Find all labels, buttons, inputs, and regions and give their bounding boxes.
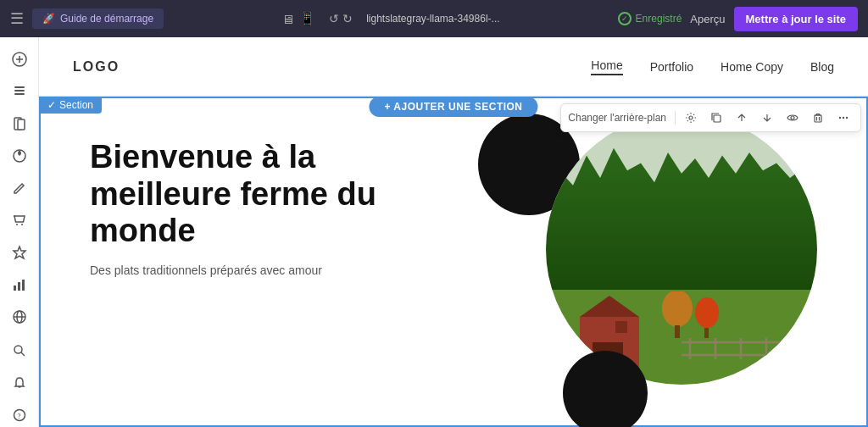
svg-point-9	[16, 224, 18, 225]
website-header: LOGO Home Portfolio Home Copy Blog	[39, 37, 868, 97]
section-toolbar: Changer l'arrière-plan	[560, 103, 861, 132]
hero-subtitle[interactable]: Des plats traditionnels préparés avec am…	[90, 263, 412, 277]
guide-label: Guide de démarrage	[60, 13, 153, 25]
svg-rect-13	[14, 286, 16, 291]
svg-text:?: ?	[17, 412, 20, 420]
toolbar-settings-icon[interactable]	[681, 108, 701, 128]
sidebar-item-search[interactable]	[4, 336, 35, 366]
section-label-text: Section	[59, 99, 93, 111]
sidebar-bottom: ?	[4, 336, 35, 427]
section-label[interactable]: ✓ Section	[39, 97, 102, 114]
svg-point-42	[662, 291, 693, 327]
svg-rect-43	[675, 325, 680, 338]
website-logo: LOGO	[73, 59, 120, 75]
topbar-center: 🖥 📱 ↺ ↻ lightslategray-llama-34986l-...	[281, 11, 499, 26]
toolbar-bg-label: Changer l'arrière-plan	[568, 112, 666, 124]
nav-item-portfolio[interactable]: Portfolio	[650, 60, 693, 74]
saved-label: Enregistré	[636, 13, 682, 25]
svg-point-10	[21, 224, 23, 225]
sidebar: ?	[0, 37, 39, 427]
saved-badge: ✓ Enregistré	[618, 12, 682, 25]
publish-button[interactable]: Mettre à jour le site	[734, 7, 858, 31]
topbar-right: ✓ Enregistré Aperçu Mettre à jour le sit…	[618, 7, 858, 31]
hero-visuals	[412, 122, 817, 419]
guide-button[interactable]: 🚀 Guide de démarrage	[32, 8, 164, 29]
toolbar-visibility-icon[interactable]	[782, 108, 803, 128]
svg-rect-5	[14, 86, 25, 88]
check-icon: ✓	[47, 99, 56, 111]
main-layout: ? LOGO Home Portfolio Home Copy Blog ✓	[0, 37, 868, 427]
hamburger-icon[interactable]: ☰	[10, 9, 24, 28]
svg-marker-32	[580, 296, 639, 317]
sidebar-top	[4, 44, 35, 332]
undo-button[interactable]: ↺	[329, 12, 339, 25]
desktop-icon[interactable]: 🖥	[281, 12, 294, 26]
content-area: LOGO Home Portfolio Home Copy Blog ✓ Sec…	[39, 37, 868, 427]
hero-title[interactable]: Bienvenue à la meilleure ferme du monde	[90, 139, 412, 250]
nav-item-home-copy[interactable]: Home Copy	[721, 60, 783, 74]
sidebar-item-ai[interactable]	[4, 237, 35, 268]
toolbar-move-up-icon[interactable]	[732, 108, 752, 128]
svg-rect-4	[14, 93, 25, 95]
svg-point-44	[695, 297, 719, 328]
topbar: ☰ 🚀 Guide de démarrage 🖥 📱 ↺ ↻ lightslat…	[0, 0, 868, 37]
redo-button[interactable]: ↻	[342, 12, 353, 25]
toolbar-move-down-icon[interactable]	[757, 108, 777, 128]
hero-text: Bienvenue à la meilleure ferme du monde …	[90, 122, 412, 277]
nav-item-home[interactable]: Home	[591, 58, 622, 75]
svg-point-24	[689, 116, 693, 119]
svg-point-29	[843, 117, 844, 119]
svg-point-26	[791, 116, 794, 119]
svg-rect-7	[18, 119, 25, 130]
svg-rect-15	[22, 280, 25, 291]
svg-marker-12	[14, 247, 25, 258]
mobile-icon[interactable]: 📱	[299, 11, 315, 26]
nav-item-blog[interactable]: Blog	[810, 60, 834, 74]
svg-rect-27	[815, 115, 821, 122]
site-name: lightslategray-llama-34986l-...	[366, 13, 499, 25]
device-icons: 🖥 📱	[281, 11, 315, 26]
sidebar-item-add[interactable]	[4, 44, 35, 75]
preview-button[interactable]: Aperçu	[690, 13, 725, 25]
sidebar-item-notifications[interactable]	[4, 368, 35, 398]
toolbar-divider	[675, 111, 676, 125]
saved-check-icon: ✓	[618, 12, 632, 25]
toolbar-delete-icon[interactable]	[808, 108, 828, 128]
website-nav: Home Portfolio Home Copy Blog	[591, 58, 834, 75]
section-container: ✓ Section + AJOUTER UNE SECTION Changer …	[39, 97, 868, 427]
svg-rect-3	[14, 90, 25, 92]
sidebar-item-shop[interactable]	[4, 205, 35, 236]
sidebar-item-layers[interactable]	[4, 76, 35, 107]
svg-point-19	[14, 346, 22, 353]
farm-image-circle	[546, 114, 817, 385]
rocket-icon: 🚀	[42, 13, 55, 25]
sidebar-item-help[interactable]: ?	[4, 400, 35, 427]
sidebar-item-pages[interactable]	[4, 108, 35, 139]
sidebar-item-edit[interactable]	[4, 173, 35, 203]
svg-rect-35	[615, 321, 627, 333]
svg-point-30	[846, 117, 848, 119]
toolbar-more-icon[interactable]	[833, 108, 854, 128]
svg-point-28	[839, 117, 841, 119]
deco-circle-bottom	[563, 351, 648, 427]
sidebar-item-analytics[interactable]	[4, 269, 35, 300]
sidebar-item-multilang[interactable]	[4, 302, 35, 332]
hero-content: Bienvenue à la meilleure ferme du monde …	[39, 97, 868, 427]
undo-redo: ↺ ↻	[329, 12, 353, 25]
svg-rect-14	[18, 282, 20, 291]
sidebar-item-design[interactable]	[4, 141, 35, 171]
svg-rect-45	[704, 328, 709, 338]
svg-rect-25	[714, 115, 721, 122]
svg-line-20	[21, 352, 25, 356]
topbar-left: ☰ 🚀 Guide de démarrage	[10, 8, 164, 29]
add-section-button[interactable]: + AJOUTER UNE SECTION	[369, 97, 537, 117]
toolbar-duplicate-icon[interactable]	[706, 108, 726, 128]
